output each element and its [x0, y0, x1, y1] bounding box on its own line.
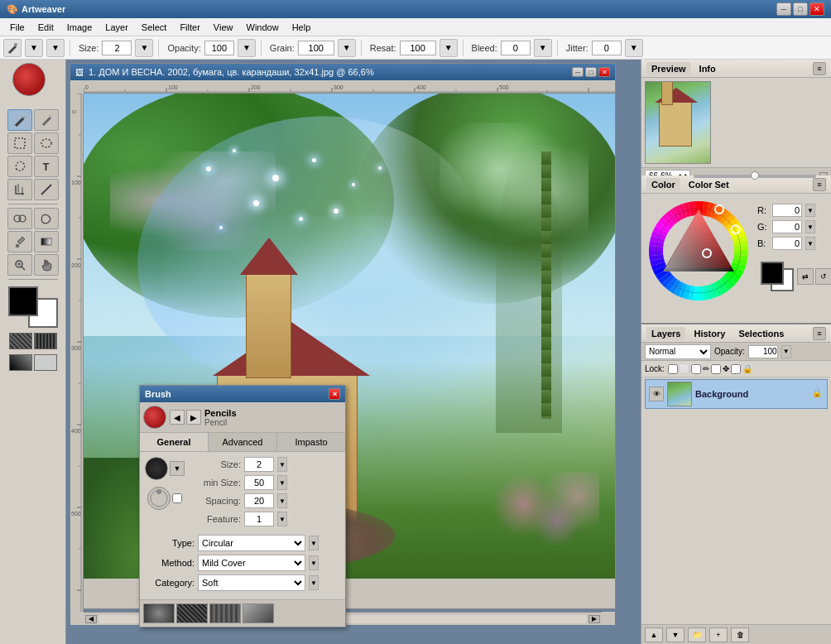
move-layer-down-btn[interactable]: ▼ — [666, 627, 684, 642]
brush-prev-btn[interactable]: ◀ — [170, 410, 185, 425]
gradient-tool[interactable] — [34, 231, 59, 252]
brush-swatch-1[interactable] — [143, 603, 175, 623]
brush-spacing-input[interactable] — [244, 493, 274, 508]
brush-next-btn[interactable]: ▶ — [186, 410, 201, 425]
menu-select[interactable]: Select — [135, 21, 174, 34]
jitter-input[interactable] — [592, 41, 622, 55]
rect-select-tool[interactable] — [7, 132, 32, 154]
brush-tab-advanced[interactable]: Advanced — [209, 433, 277, 451]
tab-history[interactable]: History — [689, 327, 730, 340]
brush-feature-input[interactable] — [244, 512, 274, 526]
tab-selections[interactable]: Selections — [733, 327, 789, 340]
rgb-r-arrow[interactable]: ▼ — [805, 204, 815, 217]
rgb-g-arrow[interactable]: ▼ — [805, 220, 815, 233]
zoom-thumb[interactable] — [751, 171, 759, 180]
preview-thumbnail[interactable] — [645, 81, 711, 164]
brush-type-select[interactable]: Circular Flat Camel — [198, 535, 305, 551]
layer-visibility-btn[interactable]: 👁 — [649, 387, 664, 401]
line-tool[interactable] — [34, 179, 59, 200]
brush-tab-general[interactable]: General — [140, 433, 209, 451]
tab-layers[interactable]: Layers — [646, 327, 685, 340]
layer-row-background[interactable]: 👁 Background 🔒 — [645, 379, 828, 409]
brush-shape-dropdown[interactable]: ▼ — [170, 461, 185, 476]
brush-tool-icon[interactable] — [3, 39, 22, 57]
brush-method-select[interactable]: Mild Cover Cover Blend — [198, 555, 305, 571]
bleed-input[interactable] — [501, 41, 531, 55]
blend-mode-select[interactable]: Normal Multiply Screen Overlay — [645, 344, 711, 359]
brush-minsize-arrow[interactable]: ▼ — [277, 475, 287, 490]
pencil-tool-btn[interactable] — [34, 109, 59, 131]
move-layer-up-btn[interactable]: ▲ — [645, 627, 663, 642]
lasso-tool[interactable] — [7, 156, 32, 177]
jitter-dropdown[interactable]: ▼ — [625, 39, 643, 57]
brush-tab-impasto[interactable]: Impasto — [277, 433, 345, 451]
rgb-b-arrow[interactable]: ▼ — [805, 237, 815, 250]
brush-minsize-input[interactable] — [244, 475, 274, 490]
tab-preview[interactable]: Preview — [646, 62, 691, 75]
fg-active-swatch[interactable] — [761, 262, 784, 285]
zoom-tool[interactable] — [7, 254, 32, 276]
brush-dropdown-btn[interactable]: ▼ — [25, 39, 43, 57]
brush-tool-btn[interactable] — [7, 109, 32, 131]
lock-all-chk[interactable] — [731, 364, 741, 374]
brush-panel-header[interactable]: Brush ✕ — [140, 386, 345, 402]
color-options-btn[interactable]: ≡ — [813, 178, 826, 191]
grain-dropdown[interactable]: ▼ — [338, 39, 356, 57]
maximize-button[interactable]: □ — [793, 2, 808, 16]
brush-angle-control[interactable] — [147, 487, 171, 510]
eyedropper-tool[interactable] — [7, 231, 32, 252]
doc-minimize-btn[interactable]: ─ — [572, 67, 584, 77]
delete-layer-btn[interactable]: 🗑 — [731, 627, 749, 642]
rgb-b-input[interactable] — [772, 237, 802, 250]
pattern-swatch-1[interactable] — [9, 333, 32, 349]
bleed-dropdown[interactable]: ▼ — [534, 39, 552, 57]
tab-colorset[interactable]: Color Set — [684, 178, 734, 191]
minimize-button[interactable]: ─ — [776, 2, 791, 16]
brush-close-btn[interactable]: ✕ — [329, 388, 340, 400]
resat-dropdown[interactable]: ▼ — [440, 39, 458, 57]
opacity-dropdown[interactable]: ▼ — [238, 39, 256, 57]
menu-help[interactable]: Help — [286, 21, 318, 34]
tab-color[interactable]: Color — [646, 178, 680, 191]
category-arrow[interactable]: ▼ — [309, 575, 319, 590]
close-button[interactable]: ✕ — [809, 2, 824, 16]
add-layer-btn[interactable]: + — [709, 627, 728, 642]
swap-colors-btn[interactable]: ⇄ — [797, 268, 814, 285]
menu-filter[interactable]: Filter — [173, 21, 206, 34]
resat-input[interactable] — [400, 41, 436, 55]
reset-colors-btn[interactable]: ↺ — [815, 268, 831, 285]
method-arrow[interactable]: ▼ — [309, 555, 319, 570]
brush-size-arrow[interactable]: ▼ — [277, 457, 287, 472]
lock-move-chk[interactable] — [711, 364, 721, 374]
menu-edit[interactable]: Edit — [31, 21, 60, 34]
brush-spacing-arrow[interactable]: ▼ — [277, 493, 287, 508]
menu-file[interactable]: File — [3, 21, 31, 34]
menu-image[interactable]: Image — [60, 21, 99, 34]
text-tool[interactable]: T — [34, 156, 59, 177]
pattern-swatch-2[interactable] — [34, 333, 57, 349]
doc-close-btn[interactable]: ✕ — [598, 67, 610, 77]
rgb-g-input[interactable] — [772, 220, 802, 233]
opacity-input[interactable] — [204, 41, 234, 55]
menu-window[interactable]: Window — [240, 21, 286, 34]
pattern-swatch-3[interactable] — [9, 354, 32, 371]
grain-input[interactable] — [298, 41, 334, 55]
ellipse-select-tool[interactable] — [34, 132, 59, 154]
size-dropdown[interactable]: ▼ — [135, 39, 153, 57]
lock-transparency-chk[interactable] — [668, 364, 678, 374]
brush-swatch-3[interactable] — [209, 603, 241, 623]
layers-options-btn[interactable]: ≡ — [813, 327, 826, 340]
pattern-swatch-4[interactable] — [34, 354, 57, 371]
brush-size-input[interactable] — [244, 457, 274, 472]
layers-opacity-arrow[interactable]: ▼ — [781, 345, 791, 358]
lock-paint-chk[interactable] — [691, 364, 701, 374]
hand-tool[interactable] — [34, 254, 59, 276]
brush-swatch-2[interactable] — [176, 603, 208, 623]
fg-color-swatch[interactable] — [8, 286, 38, 316]
color-wheel[interactable] — [645, 197, 752, 305]
document-titlebar[interactable]: 🖼 1. ДОМ И ВЕСНА. 2002, бумага, цв. кара… — [70, 64, 615, 80]
clone-tool[interactable] — [7, 208, 32, 229]
brush-category-select[interactable]: Soft Hard Grainy — [198, 574, 305, 591]
brush-feature-arrow[interactable]: ▼ — [277, 512, 287, 526]
size-input[interactable] — [102, 41, 132, 55]
